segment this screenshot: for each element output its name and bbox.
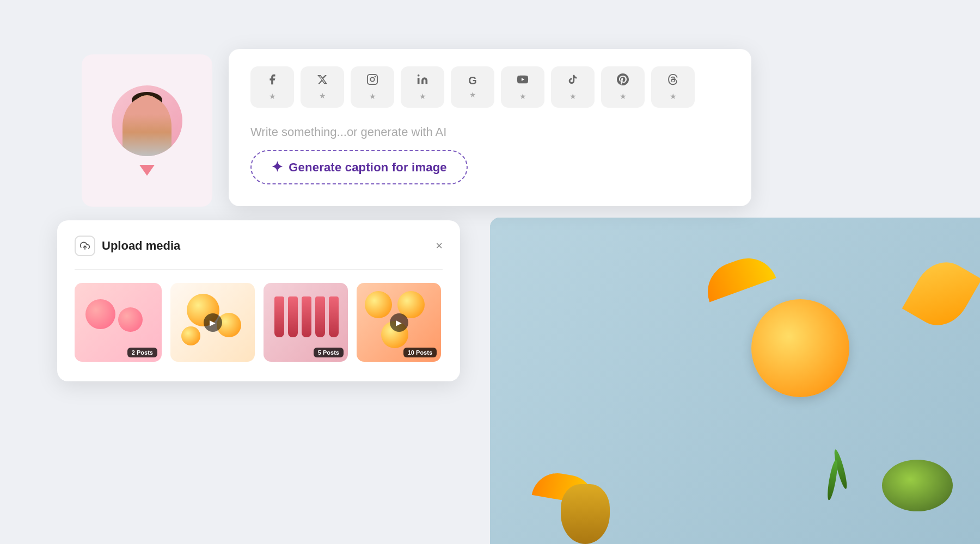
close-upload-button[interactable]: × [436,240,443,252]
fruit-scene [490,218,980,544]
platform-linkedin[interactable]: ★ [401,66,444,108]
platform-instagram[interactable]: ★ [351,66,394,108]
mango-slice-top [700,250,776,302]
generate-caption-button[interactable]: ✦ Generate caption for image [250,150,468,184]
instagram-star: ★ [369,92,376,101]
instagram-icon [366,73,378,88]
pinterest-star: ★ [620,92,627,101]
sparkle-icon: ✦ [271,159,283,176]
orange-large [751,299,849,397]
platform-tiktok[interactable]: ★ [551,66,595,108]
avatar-card [82,54,212,207]
platform-google[interactable]: G ★ [451,66,494,108]
write-prompt: Write something...or generate with AI [250,125,730,139]
orange-slice-right [902,252,980,336]
divider [75,269,443,270]
x-icon [317,74,328,87]
media-item-2[interactable]: ▶ [170,283,255,362]
media-badge-3: 5 Posts [314,348,344,357]
platform-twitter-x[interactable]: ★ [301,66,344,108]
upload-media-panel: Upload media × 2 Posts ▶ 5 Posts [57,220,460,381]
bottle-3 [302,296,311,337]
pink-triangle-decoration [139,165,155,176]
google-icon: G [468,75,477,86]
media-badge-1: 2 Posts [127,348,157,357]
threads-star: ★ [670,92,677,101]
bottle-2 [288,296,298,337]
play-button-4[interactable]: ▶ [390,313,408,332]
platform-pinterest[interactable]: ★ [601,66,645,108]
avatar-circle [112,85,182,156]
upload-header: Upload media × [75,236,443,256]
upload-icon-box [75,236,95,256]
orange-4-1 [365,291,392,318]
pineapple [561,484,610,544]
green-mango [882,460,953,511]
svg-rect-0 [367,75,377,84]
svg-point-1 [370,77,374,81]
upload-panel-title: Upload media [102,239,180,253]
media-item-4[interactable]: ▶ 10 Posts [357,283,441,362]
generate-caption-label: Generate caption for image [289,160,447,175]
drink-circle-2 [118,307,143,332]
bottle-4 [315,296,325,337]
x-star: ★ [319,91,326,100]
google-star: ★ [469,90,476,99]
fruit-background [490,218,980,544]
media-badge-4: 10 Posts [403,348,437,357]
play-button-2[interactable]: ▶ [204,313,222,332]
platform-threads[interactable]: ★ [651,66,695,108]
bottle-5 [329,296,339,337]
upload-icon [80,241,90,251]
threads-icon [667,73,678,88]
tiktok-star: ★ [569,92,577,101]
media-grid: 2 Posts ▶ 5 Posts ▶ 10 Posts [75,283,443,362]
svg-point-3 [418,75,420,77]
orange-circle-3 [181,326,200,345]
media-item-3[interactable]: 5 Posts [264,283,348,362]
youtube-star: ★ [519,92,526,101]
linkedin-icon [416,73,428,88]
bottle-1 [274,296,284,337]
facebook-icon [266,73,278,88]
tiktok-icon [567,73,578,88]
drink-circle-1 [85,299,115,329]
leaf-2 [826,460,840,501]
upload-title-row: Upload media [75,236,180,256]
linkedin-star: ★ [419,92,426,101]
media-item-1[interactable]: 2 Posts [75,283,162,362]
compose-card: ★ ★ ★ [229,49,751,206]
avatar-body [122,96,171,156]
platforms-row: ★ ★ ★ [250,66,730,108]
facebook-star: ★ [269,92,276,101]
pinterest-icon [617,73,629,88]
platform-facebook[interactable]: ★ [250,66,294,108]
platform-youtube[interactable]: ★ [501,66,544,108]
youtube-icon [517,73,529,88]
svg-point-2 [375,76,376,78]
